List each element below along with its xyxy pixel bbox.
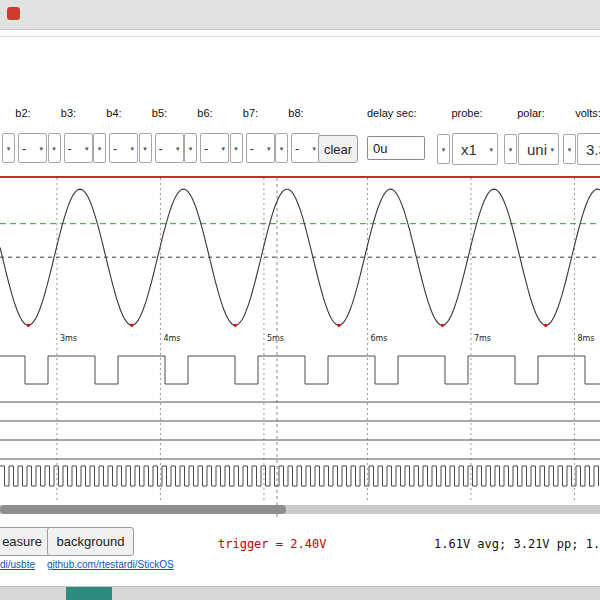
chevron-down-icon: ▾ xyxy=(130,145,134,152)
channel-value: - xyxy=(159,141,163,156)
chevron-down-icon: ▾ xyxy=(550,146,554,153)
delay-label: delay sec: xyxy=(367,107,427,121)
chevron-down-icon: ▾ xyxy=(234,145,238,152)
probe-value: x1 xyxy=(461,141,477,158)
trough-marker xyxy=(337,324,340,327)
chevron-down-icon: ▾ xyxy=(98,145,102,152)
channel-mode-select[interactable]: ▾ xyxy=(48,133,61,163)
scope-canvas: 3ms4ms5ms6ms7ms8ms xyxy=(0,178,600,522)
channel-value-select[interactable]: -▾ xyxy=(109,133,138,163)
channel-mode-select[interactable]: ▾ xyxy=(275,133,288,163)
chevron-down-icon: ▾ xyxy=(7,145,11,152)
chevron-down-icon: ▾ xyxy=(442,146,446,153)
channel-mode-select[interactable]: ▾ xyxy=(139,133,152,163)
link-usbte[interactable]: di/usbte xyxy=(0,559,35,570)
time-tick-label: 8ms xyxy=(577,334,594,343)
trough-marker xyxy=(234,324,237,327)
channel-label: b3: xyxy=(48,107,90,121)
chevron-down-icon: ▾ xyxy=(568,146,572,153)
channel-select-pair: ▾-▾ xyxy=(275,133,320,163)
channel-label: b2: xyxy=(2,107,44,121)
probe-label: probe: xyxy=(437,107,497,121)
trough-marker xyxy=(441,324,444,327)
clear-button[interactable]: clear xyxy=(318,135,358,163)
chevron-down-icon: ▾ xyxy=(312,145,316,152)
channel-mode-select[interactable]: ▾ xyxy=(184,133,197,163)
chevron-down-icon: ▾ xyxy=(267,145,271,152)
time-tick-label: 7ms xyxy=(474,334,491,343)
chevron-down-icon: ▾ xyxy=(52,145,56,152)
channel-label: b4: xyxy=(93,107,135,121)
probe-narrow-select[interactable]: ▾ xyxy=(437,134,450,164)
digital-trace-b1-pwm xyxy=(0,356,600,384)
trough-marker xyxy=(130,324,133,327)
digital-trace-clock xyxy=(0,466,599,486)
channel-select-pair: ▾-▾ xyxy=(230,133,275,163)
probe-select[interactable]: x1 ▾ xyxy=(452,133,498,165)
volts-select[interactable]: 3.3 ▾ xyxy=(577,133,600,165)
channel-select-pair: ▾-▾ xyxy=(48,133,93,163)
channel-value: - xyxy=(204,141,208,156)
chevron-down-icon: ▾ xyxy=(509,146,513,153)
channel-value: - xyxy=(250,141,254,156)
channel-label: b6: xyxy=(184,107,226,121)
favicon-icon xyxy=(7,7,20,20)
chevron-down-icon: ▾ xyxy=(143,145,147,152)
time-tick-label: 4ms xyxy=(163,334,180,343)
channel-value: - xyxy=(22,141,26,156)
trigger-readout: trigger = 2.40V xyxy=(218,537,326,551)
channel-mode-select[interactable]: ▾ xyxy=(230,133,243,163)
trough-marker xyxy=(544,324,547,327)
channel-label: b7: xyxy=(230,107,272,121)
channel-select-pair: ▾-▾ xyxy=(184,133,229,163)
measurements-readout: 1.61V avg; 3.21V pp; 1. xyxy=(434,537,600,551)
channel-value-select[interactable]: -▾ xyxy=(155,133,184,163)
delay-input[interactable] xyxy=(367,136,425,160)
trough-marker xyxy=(27,324,30,327)
browser-tab-bar xyxy=(0,0,600,30)
taskbar-app-button[interactable] xyxy=(66,587,112,600)
channel-select-pair: ▾-▾ xyxy=(139,133,184,163)
time-tick-label: 3ms xyxy=(60,334,77,343)
browser-window: b2:▾-▾b3:▾-▾b4:▾-▾b5:▾-▾b6:▾-▾b7:▾-▾b8:▾… xyxy=(0,0,600,600)
chevron-down-icon: ▾ xyxy=(176,145,180,152)
polar-narrow-select[interactable]: ▾ xyxy=(504,134,517,164)
channel-mode-select[interactable]: ▾ xyxy=(93,133,106,163)
background-button[interactable]: background xyxy=(47,527,134,556)
channel-value-select[interactable]: -▾ xyxy=(18,133,47,163)
channel-label: b8: xyxy=(275,107,317,121)
link-stickos[interactable]: github.com/rtestardi/StickOS xyxy=(47,559,174,570)
volts-label: volts: xyxy=(563,107,600,121)
toolbar-divider xyxy=(0,36,600,37)
channel-select-pair: ▾-▾ xyxy=(93,133,138,163)
channel-value: - xyxy=(295,141,299,156)
time-tick-label: 6ms xyxy=(370,334,387,343)
volts-narrow-select[interactable]: ▾ xyxy=(563,134,576,164)
chevron-down-icon: ▾ xyxy=(85,145,89,152)
chevron-down-icon: ▾ xyxy=(189,145,193,152)
channel-value: - xyxy=(113,141,117,156)
channel-value-select[interactable]: -▾ xyxy=(291,133,320,163)
chevron-down-icon: ▾ xyxy=(39,145,43,152)
channel-value-select[interactable]: -▾ xyxy=(64,133,93,163)
chevron-down-icon: ▾ xyxy=(280,145,284,152)
h-scrollbar-thumb[interactable] xyxy=(0,505,286,514)
time-tick-label: 5ms xyxy=(267,334,284,343)
chevron-down-icon: ▾ xyxy=(221,145,225,152)
channel-value-select[interactable]: -▾ xyxy=(246,133,275,163)
volts-value: 3.3 xyxy=(586,141,600,158)
channel-value: - xyxy=(68,141,72,156)
channel-value-select[interactable]: -▾ xyxy=(200,133,229,163)
channel-select-pair: ▾-▾ xyxy=(2,133,47,163)
polar-value: uni xyxy=(527,141,547,158)
channel-mode-select[interactable]: ▾ xyxy=(2,133,15,163)
chevron-down-icon: ▾ xyxy=(489,146,493,153)
polar-select[interactable]: uni ▾ xyxy=(518,133,559,165)
channel-label: b5: xyxy=(139,107,181,121)
polar-label: polar: xyxy=(504,107,558,121)
